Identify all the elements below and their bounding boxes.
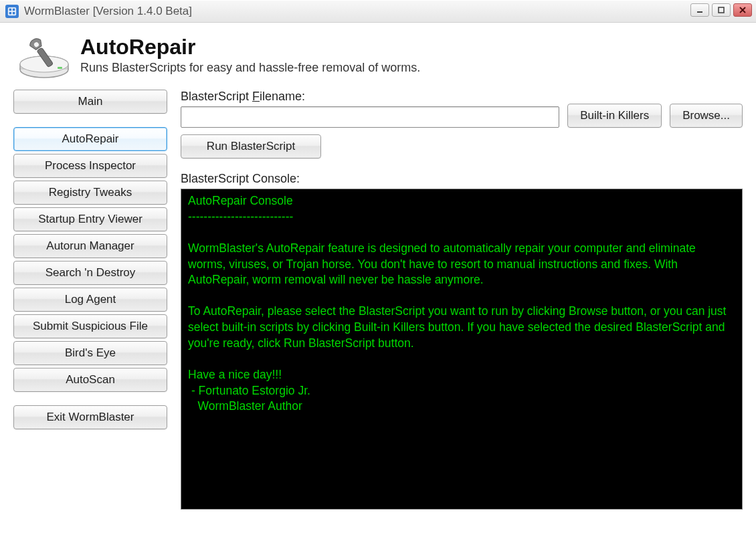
sidebar-item-label: Registry Tweaks <box>49 186 132 199</box>
svg-rect-3 <box>9 11 12 14</box>
body: Main AutoRepair Process Inspector Regist… <box>0 90 756 523</box>
sidebar: Main AutoRepair Process Inspector Regist… <box>13 90 167 510</box>
title-controls <box>690 3 752 17</box>
app-window: WormBlaster [Version 1.4.0 Beta] <box>0 0 756 535</box>
sidebar-item-search-n-destroy[interactable]: Search 'n Destroy <box>13 261 167 285</box>
sidebar-item-registry-tweaks[interactable]: Registry Tweaks <box>13 181 167 205</box>
filename-label: BlasterScript Filename: <box>181 90 559 104</box>
sidebar-gap <box>13 116 167 124</box>
minimize-button[interactable] <box>690 3 709 17</box>
run-row: Run BlasterScript <box>181 134 743 158</box>
sidebar-item-autorepair[interactable]: AutoRepair <box>13 127 167 151</box>
app-icon <box>5 5 19 18</box>
sidebar-item-main[interactable]: Main <box>13 90 167 114</box>
sidebar-item-label: Main <box>78 95 103 108</box>
svg-rect-5 <box>697 11 702 13</box>
header-panel: AutoRepair Runs BlasterScripts for easy … <box>0 23 756 90</box>
main-panel: BlasterScript Filename: Built-in Killers… <box>181 90 743 510</box>
window-title: WormBlaster [Version 1.4.0 Beta] <box>24 5 192 18</box>
sidebar-item-exit[interactable]: Exit WormBlaster <box>13 405 167 429</box>
svg-rect-6 <box>719 7 724 13</box>
filename-input[interactable] <box>181 106 559 128</box>
page-title: AutoRepair <box>80 35 420 60</box>
sidebar-item-label: Startup Entry Viewer <box>38 213 143 226</box>
sidebar-item-birds-eye[interactable]: Bird's Eye <box>13 341 167 365</box>
sidebar-item-autoscan[interactable]: AutoScan <box>13 368 167 392</box>
sidebar-item-log-agent[interactable]: Log Agent <box>13 288 167 312</box>
svg-rect-9 <box>58 67 62 69</box>
maximize-icon <box>717 6 725 14</box>
sidebar-item-label: Log Agent <box>65 293 116 306</box>
console-output[interactable]: AutoRepair Console ---------------------… <box>181 189 743 510</box>
svg-rect-4 <box>13 11 15 14</box>
minimize-icon <box>696 6 704 14</box>
sidebar-item-process-inspector[interactable]: Process Inspector <box>13 154 167 178</box>
sidebar-item-startup-entry-viewer[interactable]: Startup Entry Viewer <box>13 207 167 231</box>
titlebar: WormBlaster [Version 1.4.0 Beta] <box>0 0 756 23</box>
close-icon <box>739 6 747 14</box>
svg-rect-1 <box>9 8 12 11</box>
sidebar-item-label: Exit WormBlaster <box>47 411 134 424</box>
page-subtitle: Runs BlasterScripts for easy and hassle-… <box>80 61 420 75</box>
svg-rect-2 <box>13 8 15 11</box>
sidebar-item-label: Submit Suspicious File <box>33 320 148 333</box>
sidebar-item-label: AutoRepair <box>62 132 118 146</box>
sidebar-item-label: AutoScan <box>66 373 115 387</box>
sidebar-item-label: Autorun Manager <box>46 239 134 253</box>
filename-row: BlasterScript Filename: Built-in Killers… <box>181 90 743 128</box>
maximize-button[interactable] <box>712 3 731 17</box>
sidebar-item-label: Search 'n Destroy <box>45 266 136 280</box>
header-text: AutoRepair Runs BlasterScripts for easy … <box>80 35 420 75</box>
close-button[interactable] <box>733 3 752 17</box>
sidebar-item-label: Process Inspector <box>45 159 136 173</box>
run-blasterscript-button[interactable]: Run BlasterScript <box>181 134 321 158</box>
console-label: BlasterScript Console: <box>181 172 743 186</box>
builtin-killers-button[interactable]: Built-in Killers <box>567 104 662 128</box>
sidebar-gap <box>13 395 167 403</box>
browse-button[interactable]: Browse... <box>670 104 743 128</box>
sidebar-item-label: Bird's Eye <box>65 346 116 360</box>
wrench-drive-icon <box>17 35 71 80</box>
sidebar-item-submit-suspicious-file[interactable]: Submit Suspicious File <box>13 314 167 338</box>
sidebar-item-autorun-manager[interactable]: Autorun Manager <box>13 234 167 258</box>
